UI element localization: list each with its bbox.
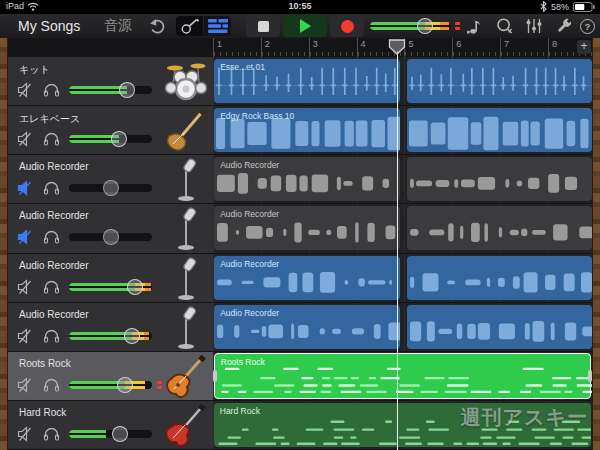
mixer-button[interactable] <box>525 14 543 38</box>
mute-button[interactable] <box>17 377 35 393</box>
master-volume-slider[interactable] <box>370 22 450 30</box>
level-meter-orange <box>440 22 450 30</box>
volume-knob[interactable] <box>103 180 119 196</box>
track-volume-slider[interactable] <box>69 184 152 192</box>
mic-icon <box>165 257 207 301</box>
instrument-view-button[interactable] <box>176 16 203 36</box>
add-track-button[interactable]: + <box>577 40 591 54</box>
monitor-button[interactable] <box>43 82 61 98</box>
watermark: 週刊アスキー <box>461 404 588 431</box>
region-audio-recorder[interactable] <box>407 206 592 250</box>
track-volume-slider[interactable] <box>69 233 152 241</box>
settings-button[interactable] <box>555 14 573 38</box>
track-lane-4[interactable]: Audio Recorder <box>213 204 592 253</box>
monitor-button[interactable] <box>43 328 61 344</box>
wood-panel-right <box>592 38 600 450</box>
track-row-2: エレキベース Edgy Rock Bass 10 <box>7 106 592 155</box>
mute-button[interactable] <box>17 180 35 196</box>
playhead-marker[interactable] <box>388 39 406 55</box>
region-audio-recorder[interactable]: Audio Recorder <box>214 305 400 349</box>
track-header-3[interactable]: Audio Recorder <box>7 155 213 204</box>
monitor-button[interactable] <box>43 229 61 245</box>
mute-icon <box>17 131 35 147</box>
track-volume-slider[interactable] <box>69 86 152 94</box>
level-meter-orange <box>145 283 150 291</box>
ruler-ticks <box>501 52 549 56</box>
region-trim-handle-left[interactable] <box>213 370 217 382</box>
volume-knob[interactable] <box>103 229 119 245</box>
track-volume-slider[interactable] <box>69 332 152 340</box>
track-header-1[interactable]: キット <box>7 57 213 106</box>
monitor-button[interactable] <box>43 426 61 442</box>
waveform <box>407 256 592 300</box>
region--[interactable] <box>407 59 592 103</box>
track-header-4[interactable]: Audio Recorder <box>7 204 213 253</box>
track-lane-1[interactable]: Esse...et 01 <box>213 57 592 106</box>
volume-knob[interactable] <box>127 279 143 295</box>
bar-number: 7 <box>504 39 509 49</box>
ruler-ticks <box>310 52 358 56</box>
my-songs-button[interactable]: My Songs <box>18 18 80 34</box>
monitor-button[interactable] <box>43 131 61 147</box>
track-lane-7[interactable]: Roots Rock <box>213 352 592 401</box>
mute-button[interactable] <box>17 131 35 147</box>
instruments-button[interactable]: 音源 <box>104 17 132 35</box>
track-lane-5[interactable]: Audio Recorder <box>213 254 592 303</box>
region--[interactable] <box>407 108 592 152</box>
mute-button[interactable] <box>17 229 35 245</box>
play-button[interactable] <box>283 15 327 37</box>
track-lane-2[interactable]: Edgy Rock Bass 10 <box>213 106 592 155</box>
help-button[interactable]: ? <box>580 14 595 38</box>
playhead-line[interactable] <box>397 51 399 450</box>
electric-guitar-red-icon <box>165 404 207 448</box>
region-roots-rock[interactable]: Roots Rock <box>214 353 591 399</box>
monitor-button[interactable] <box>43 279 61 295</box>
track-name: Audio Recorder <box>19 260 88 271</box>
region-audio-recorder[interactable]: Audio Recorder <box>214 157 400 201</box>
region-esse-et-01[interactable]: Esse...et 01 <box>214 59 400 103</box>
track-header-5[interactable]: Audio Recorder <box>7 254 213 303</box>
drumkit-icon <box>165 60 207 104</box>
volume-knob[interactable] <box>111 131 127 147</box>
monitor-button[interactable] <box>43 377 61 393</box>
region-audio-recorder[interactable]: Audio Recorder <box>214 256 400 300</box>
track-volume-slider[interactable] <box>69 381 152 389</box>
volume-knob[interactable] <box>117 377 133 393</box>
track-volume-slider[interactable] <box>69 430 152 438</box>
mute-button[interactable] <box>17 328 35 344</box>
track-row-7: Roots Rock Roots Rock <box>7 352 592 401</box>
timeline-ruler[interactable]: 12345678 + <box>7 38 592 58</box>
region-audio-recorder[interactable] <box>407 305 592 349</box>
waveform <box>407 206 592 250</box>
track-header-2[interactable]: エレキベース <box>7 106 213 155</box>
region-audio-recorder[interactable] <box>407 157 592 201</box>
undo-button[interactable] <box>148 14 166 38</box>
track-lane-6[interactable]: Audio Recorder <box>213 303 592 352</box>
ruler-ticks <box>214 52 262 56</box>
mute-button[interactable] <box>17 82 35 98</box>
monitor-button[interactable] <box>43 180 61 196</box>
track-volume-slider[interactable] <box>69 283 152 291</box>
volume-knob[interactable] <box>112 426 128 442</box>
volume-knob[interactable] <box>124 328 140 344</box>
track-header-7[interactable]: Roots Rock <box>7 352 213 401</box>
track-header-6[interactable]: Audio Recorder <box>7 303 213 352</box>
record-button[interactable] <box>330 15 364 37</box>
track-volume-slider[interactable] <box>69 135 152 143</box>
region-audio-recorder[interactable] <box>407 256 592 300</box>
track-lane-3[interactable]: Audio Recorder <box>213 155 592 204</box>
region-audio-recorder[interactable]: Audio Recorder <box>214 206 400 250</box>
note-button[interactable] <box>465 14 482 38</box>
volume-knob[interactable] <box>417 18 433 34</box>
volume-knob[interactable] <box>119 82 135 98</box>
mute-button[interactable] <box>17 279 35 295</box>
waveform <box>407 305 592 349</box>
track-header-8[interactable]: Hard Rock <box>7 401 213 450</box>
tracks-view-button[interactable] <box>204 16 231 36</box>
stop-button[interactable] <box>246 15 280 37</box>
region-label: Hard Rock <box>220 406 260 416</box>
region-edgy-rock-bass-10[interactable]: Edgy Rock Bass 10 <box>214 108 400 152</box>
mute-button[interactable] <box>17 426 35 442</box>
mixer-icon <box>525 18 543 34</box>
loops-button[interactable] <box>495 14 513 38</box>
